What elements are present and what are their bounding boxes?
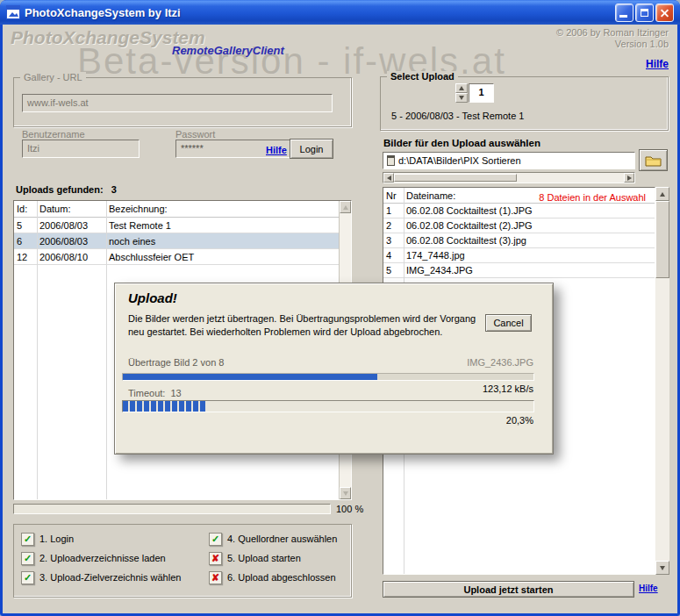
status-check-icon: ✓ [21,571,34,584]
upload-number-field[interactable]: 1 [469,83,494,103]
upload-dialog: Upload! Die Bilder werden jetzt übertrag… [114,283,554,455]
cell-date: 2006/08/10 [37,249,106,264]
checklist-item-label: 2. Uploadverzeichnisse laden [39,553,166,563]
spinner-down-button[interactable] [455,93,468,103]
app-subtitle: RemoteGalleryClient [172,44,284,57]
checklist-item: ✓ 1. Login [21,532,74,546]
column-header-nr[interactable]: Nr [383,188,404,203]
start-upload-button[interactable]: Upload jetzt starten [383,581,634,598]
path-type-icon [387,155,395,166]
cell-name: Test Remote 1 [106,218,351,233]
status-cross-icon: ✘ [209,571,222,584]
select-upload-label: Select Upload [387,71,458,82]
file-row[interactable]: 5 IMG_2434.JPG [383,263,655,278]
checklist-item: ✓ 2. Uploadverzeichnisse laden [21,551,166,565]
minimize-button[interactable] [615,4,633,22]
upload-row[interactable]: 6 2006/08/03 noch eines [14,233,351,249]
cell-filename: 06.02.08 Cocktailtest (2).JPG [404,218,655,233]
status-check-icon: ✓ [209,533,222,546]
left-arrow-icon [387,175,391,181]
close-button[interactable] [655,4,674,22]
checklist-item-label: 6. Upload abgeschlossen [227,572,336,583]
upload-row[interactable]: 12 2006/08/10 Abschlussfeier OET [14,249,351,265]
scrollbar-thumb[interactable] [655,201,669,278]
upload-row[interactable]: 5 2006/08/03 Test Remote 1 [14,218,351,233]
cell-id: 6 [14,233,37,248]
title-bar: PhotoXchangeSystem by Itzi [0,0,680,25]
file-row[interactable]: 1 06.02.08 Cocktailtest (1).JPG [383,204,655,218]
source-path-input[interactable]: d:\DATA\Bilder\PIX Sortieren [383,152,635,169]
cell-date: 2006/08/03 [37,233,106,248]
scrollbar-thumb[interactable] [394,174,517,182]
cell-id: 12 [14,249,37,264]
current-file-label: Übertrage Bild 2 von 8 [128,357,224,368]
column-header-bezeichnung[interactable]: Bezeichnung: [106,201,351,217]
selected-upload-text: 5 - 2006/08/03 - Test Remote 1 [391,111,524,121]
cell-nr: 1 [383,204,404,218]
help-link-login[interactable]: Hilfe [266,145,287,155]
cell-nr: 3 [383,233,404,247]
username-input[interactable]: Itzi [22,140,140,158]
maximize-button[interactable] [635,4,654,22]
cell-filename: 06.02.08 Cocktailtest (1).JPG [404,204,655,218]
column-header-datum[interactable]: Datum: [37,201,106,217]
folder-icon [645,154,662,167]
status-cross-icon: ✘ [209,552,222,565]
app-icon [6,5,20,19]
files-section-label: Bilder für den Upload auswählen [383,138,540,148]
browse-button[interactable] [639,149,668,171]
scroll-right-button[interactable] [624,173,634,183]
status-check-icon: ✓ [21,552,34,565]
cell-nr: 5 [383,263,404,277]
help-link-top[interactable]: Hilfe [646,58,669,70]
scroll-down-button[interactable] [340,487,351,499]
spinner-up-button[interactable] [455,83,468,93]
scroll-up-button[interactable] [655,187,669,201]
down-arrow-icon [343,491,348,496]
cell-name: noch eines [106,233,351,248]
cell-filename: 174_7448.jpg [404,248,655,262]
checklist-item-label: 5. Upload starten [227,553,301,563]
maximize-icon [641,9,648,17]
dialog-title: Upload! [128,290,177,305]
uploads-table-header: Id: Datum: Bezeichnung: [14,201,351,218]
cell-filename: 06.02.08 Cocktailtest (3).jpg [404,233,655,247]
column-header-id[interactable]: Id: [14,201,37,217]
cancel-button[interactable]: Cancel [485,314,532,332]
cell-id: 5 [14,218,37,233]
username-label: Benutzername [22,129,85,140]
down-arrow-icon [459,96,464,100]
right-arrow-icon [627,175,632,181]
status-check-icon: ✓ [21,533,34,546]
scroll-up-button[interactable] [340,201,351,213]
file-row[interactable]: 4 174_7448.jpg [383,248,655,263]
file-row[interactable]: 2 06.02.08 Cocktailtest (2).JPG [383,218,655,233]
checklist-item-label: 1. Login [39,534,74,544]
path-scrollbar[interactable] [383,172,635,183]
current-file-name: IMG_2436.JPG [467,357,533,368]
scroll-down-button[interactable] [655,561,669,575]
total-progress-fill [123,401,206,412]
password-label: Passwort [175,129,215,140]
gallery-url-input[interactable]: www.if-wels.at [22,94,333,112]
checklist-item: ✓ 4. Quellordner auswählen [209,532,337,546]
files-scrollbar[interactable] [655,187,669,575]
checklist-item: ✓ 3. Upload-Zielverzeichnis wählen [21,570,181,584]
scroll-left-button[interactable] [383,173,394,183]
cell-name: Abschlussfeier OET [106,249,351,264]
gallery-url-group: Gallery - URL www.if-wels.at [13,77,352,127]
down-arrow-icon [660,566,665,570]
copyright-text: © 2006 by Roman Itzinger [556,27,669,38]
cell-nr: 2 [383,218,404,233]
list-load-progress-label: 100 % [336,504,363,514]
checklist-item: ✘ 5. Upload starten [209,551,301,565]
checklist-item: ✘ 6. Upload abgeschlossen [209,570,336,584]
window-title: PhotoXchangeSystem by Itzi [25,6,611,19]
login-button[interactable]: Login [290,139,333,159]
help-link-bottom[interactable]: Hilfe [639,584,658,593]
file-progress-fill [123,374,377,380]
up-arrow-icon [459,86,464,90]
file-row[interactable]: 3 06.02.08 Cocktailtest (3).jpg [383,233,655,248]
version-text: Version 1.0b [615,39,669,49]
total-percent-label: 20,3% [506,415,533,426]
